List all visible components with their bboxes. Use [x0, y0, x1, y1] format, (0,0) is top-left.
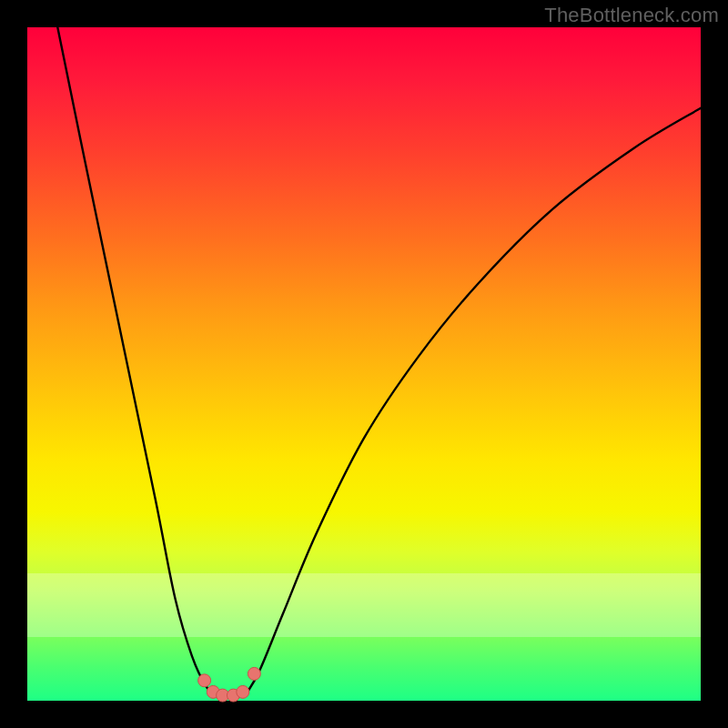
watermark-text: TheBottleneck.com — [544, 4, 719, 27]
plot-area — [27, 27, 701, 701]
chart-frame: TheBottleneck.com — [0, 0, 728, 728]
highlight-band — [27, 573, 701, 637]
